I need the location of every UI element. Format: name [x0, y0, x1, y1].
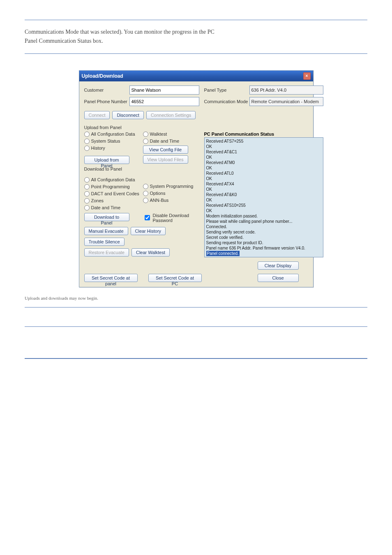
radio-ann-bus-label: ANN-Bus — [150, 198, 169, 203]
radio-walktest[interactable]: Walktest — [143, 132, 199, 137]
disable-dl-password-label: Disable Download Password — [153, 213, 199, 223]
set-secret-pc-button[interactable]: Set Secret Code at PC — [148, 274, 202, 282]
clear-display-button[interactable]: Clear Display — [258, 261, 299, 270]
view-upload-files-button: View Upload Files — [143, 155, 188, 164]
manual-evacuate-button[interactable]: Manual Evacuate — [84, 227, 128, 235]
radio-zones[interactable]: Zones — [84, 198, 141, 204]
close-icon[interactable]: × — [303, 72, 311, 80]
phone-input[interactable] — [129, 97, 199, 106]
connect-button: Connect — [84, 111, 110, 119]
radio-date-time-dl[interactable]: Date and Time — [84, 205, 141, 210]
radio-dact-event-label: DACT and Event Codes — [91, 191, 139, 196]
customer-label: Customer — [84, 88, 129, 92]
connection-settings-button: Connection Settings — [146, 111, 196, 119]
doc-text-line2: Panel Communication Status box. — [25, 38, 103, 44]
restore-evacuate-button: Restore Evacuate — [84, 248, 129, 257]
radio-date-time-up[interactable]: Date and Time — [143, 139, 199, 144]
upload-section-label: Upload from Panel — [84, 125, 199, 130]
comm-mode-label: Communication Mode — [204, 99, 249, 104]
doc-caption: Uploads and downloads may now begin. — [25, 296, 367, 301]
clear-walktest-button[interactable]: Clear Walktest — [131, 248, 170, 257]
panel-type-value — [249, 86, 323, 95]
download-to-panel-button[interactable]: Download to Panel — [84, 213, 129, 221]
radio-date-time-up-label: Date and Time — [150, 139, 180, 143]
trouble-silence-button[interactable]: Trouble Silence — [84, 238, 125, 246]
comm-status-box[interactable]: Received ATZOKReceived ATE1OKReceived AT… — [204, 137, 323, 257]
dialog-title: Upload/Download — [82, 73, 123, 79]
radio-ann-bus[interactable]: ANN-Bus — [143, 198, 199, 203]
radio-history[interactable]: History — [84, 146, 141, 151]
radio-all-config-up-label: All Configuration Data — [91, 132, 135, 136]
download-section-label: Download to Panel — [84, 166, 199, 171]
doc-text-line1: Communications Mode that was selected). … — [25, 29, 214, 35]
clear-history-button[interactable]: Clear History — [131, 227, 166, 235]
phone-label: Panel Phone Number — [84, 99, 129, 104]
radio-walktest-label: Walktest — [150, 132, 167, 136]
radio-system-prog-label: System Programming — [150, 184, 194, 189]
radio-system-status-label: System Status — [91, 139, 120, 143]
view-config-button[interactable]: View Config File — [143, 146, 188, 154]
radio-all-config-dl-label: All Configuration Data — [91, 177, 135, 182]
radio-system-status[interactable]: System Status — [84, 139, 141, 144]
upload-from-panel-button[interactable]: Upload from Panel — [84, 156, 129, 164]
radio-all-config-up[interactable]: All Configuration Data — [84, 132, 141, 137]
disable-dl-password-checkbox[interactable]: Disable Download Password — [143, 213, 199, 223]
radio-system-prog[interactable]: System Programming — [143, 184, 199, 189]
radio-date-time-dl-label: Date and Time — [91, 205, 121, 210]
set-secret-panel-button[interactable]: Set Secret Code at panel — [84, 274, 138, 282]
radio-all-config-dl[interactable]: All Configuration Data — [84, 177, 141, 183]
upload-download-dialog: Upload/Download × Customer Panel Phone N… — [79, 70, 314, 287]
close-button[interactable]: Close — [258, 274, 299, 282]
titlebar: Upload/Download × — [79, 71, 313, 81]
radio-point-prog[interactable]: Point Programming — [84, 184, 141, 190]
doc-text: Communications Mode that was selected). … — [25, 28, 367, 46]
radio-dact-event[interactable]: DACT and Event Codes — [84, 191, 141, 197]
radio-options[interactable]: Options — [143, 191, 199, 196]
radio-point-prog-label: Point Programming — [91, 184, 130, 189]
radio-history-label: History — [91, 146, 105, 150]
comm-status-title: PC Panel Communication Status — [204, 132, 323, 136]
disconnect-button[interactable]: Disconnect — [112, 111, 143, 119]
comm-mode-value — [249, 97, 323, 106]
customer-input[interactable] — [129, 86, 199, 95]
radio-options-label: Options — [150, 191, 166, 196]
radio-zones-label: Zones — [91, 198, 104, 203]
panel-type-label: Panel Type — [204, 88, 249, 92]
